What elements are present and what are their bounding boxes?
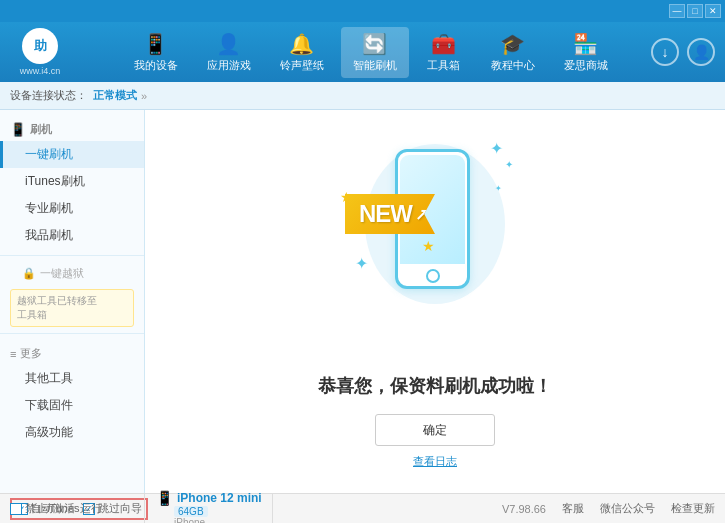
nav-store[interactable]: 🏪 爱思商城 [552,27,620,78]
view-log-link[interactable]: 查看日志 [413,454,457,469]
flash-section-icon: 📱 [10,122,26,137]
device-storage-badge: 64GB [174,506,208,517]
device-row: 📱 iPhone 12 mini [156,490,262,506]
device-phone-icon: 📱 [156,490,173,506]
sidebar-item-advanced[interactable]: 高级功能 [0,419,144,446]
nav-toolbox-label: 工具箱 [427,58,460,73]
main-layout: 📱 刷机 一键刷机 iTunes刷机 专业刷机 我品刷机 🔒 一键越狱 越狱工具… [0,110,725,493]
sidebar-section-flash: 📱 刷机 [0,118,144,141]
sidebar-divider-2 [0,333,144,334]
download-button[interactable]: ↓ [651,38,679,66]
minimize-button[interactable]: — [669,4,685,18]
nav-ringtones-label: 铃声壁纸 [280,58,324,73]
version-text: V7.98.66 [502,503,546,515]
sidebar-one-click-label: 一键刷机 [25,147,73,161]
device-name: iPhone 12 mini [177,491,262,505]
update-link[interactable]: 检查更新 [671,501,715,516]
content-area: ✦ ✦ ✦ ✦ ★ NEW ↗ ★ 恭喜您，保资料刷机成功啦！ 确定 [145,110,725,493]
status-bar: 设备连接状态： 正常模式 » [0,82,725,110]
nav-my-device-label: 我的设备 [134,58,178,73]
bottom-bar: 自动激活 跳过向导 📱 iPhone 12 mini 64GB iPhone V… [0,493,725,523]
sparkle-4: ✦ [355,254,368,273]
sidebar-item-jailbreak-disabled: 🔒 一键越狱 [0,262,144,285]
nav-toolbox[interactable]: 🧰 工具箱 [414,27,474,78]
window-controls[interactable]: — □ ✕ [669,4,721,18]
sparkle-2: ✦ [505,159,513,170]
success-illustration: ✦ ✦ ✦ ✦ ★ NEW ↗ ★ [335,134,535,354]
sidebar-jailbreak-label: 一键越狱 [40,266,84,281]
nav-apps-label: 应用游戏 [207,58,251,73]
stop-itunes-area: 禁止iTunes运行 [0,494,145,523]
sidebar-itunes-label: iTunes刷机 [25,174,85,188]
logo: 助 www.i4.cn [10,28,70,76]
nav-store-label: 爱思商城 [564,58,608,73]
device-details: 64GB [156,506,262,517]
nav-smart-flash-label: 智能刷机 [353,58,397,73]
nav-tutorial-label: 教程中心 [491,58,535,73]
stop-itunes-cb[interactable] [10,503,22,515]
nav-right-buttons: ↓ 👤 [651,38,715,66]
bottom-right: V7.98.66 客服 微信公众号 检查更新 [502,501,715,516]
sidebar-other-tools-label: 其他工具 [25,371,73,385]
tutorial-icon: 🎓 [500,32,525,56]
phone-home-button [426,269,440,283]
sidebar-download-fw-label: 下载固件 [25,398,73,412]
sidebar-item-pro-flash[interactable]: 专业刷机 [0,195,144,222]
status-mode: 正常模式 [93,88,137,103]
nav-apps[interactable]: 👤 应用游戏 [195,27,263,78]
confirm-label: 确定 [423,422,447,439]
top-navigation: 助 www.i4.cn 📱 我的设备 👤 应用游戏 🔔 铃声壁纸 🔄 智能刷机 … [0,22,725,82]
lock-icon: 🔒 [22,267,36,280]
nav-tutorial[interactable]: 🎓 教程中心 [479,27,547,78]
sidebar-item-other-tools[interactable]: 其他工具 [0,365,144,392]
success-text: 恭喜您，保资料刷机成功啦！ [318,374,552,398]
user-button[interactable]: 👤 [687,38,715,66]
sidebar-divider-1 [0,255,144,256]
status-prefix: 设备连接状态： [10,88,87,103]
sidebar-section-label: 刷机 [30,122,52,137]
device-type: iPhone [156,517,262,524]
sidebar-jailbreak-note: 越狱工具已转移至 工具箱 [10,289,134,327]
close-button[interactable]: ✕ [705,4,721,18]
wechat-link[interactable]: 微信公众号 [600,501,655,516]
sidebar-item-one-click[interactable]: 一键刷机 [0,141,144,168]
support-link[interactable]: 客服 [562,501,584,516]
sidebar-more-header: ≡ 更多 [0,340,144,365]
nav-items: 📱 我的设备 👤 应用游戏 🔔 铃声壁纸 🔄 智能刷机 🧰 工具箱 🎓 教程中心… [90,27,651,78]
ringtones-icon: 🔔 [289,32,314,56]
nav-my-device[interactable]: 📱 我的设备 [122,27,190,78]
sidebar-more-label: 更多 [20,346,42,361]
apps-icon: 👤 [216,32,241,56]
device-info: 📱 iPhone 12 mini 64GB iPhone [156,494,273,523]
sidebar-item-original-flash[interactable]: 我品刷机 [0,222,144,249]
maximize-button[interactable]: □ [687,4,703,18]
new-ribbon: NEW ↗ [345,194,435,234]
confirm-button[interactable]: 确定 [375,414,495,446]
sidebar-pro-label: 专业刷机 [25,201,73,215]
sidebar: 📱 刷机 一键刷机 iTunes刷机 专业刷机 我品刷机 🔒 一键越狱 越狱工具… [0,110,145,493]
stop-itunes-label: 禁止iTunes运行 [25,501,102,516]
note-line1: 越狱工具已转移至 [17,294,127,308]
sparkle-3: ✦ [495,184,502,193]
my-device-icon: 📱 [143,32,168,56]
stop-itunes-checkbox[interactable]: 禁止iTunes运行 [10,501,102,516]
title-bar: — □ ✕ [0,0,725,22]
logo-icon: 助 [22,28,58,64]
sidebar-item-download-fw[interactable]: 下载固件 [0,392,144,419]
new-banner: ★ NEW ↗ ★ [345,194,435,249]
smart-flash-icon: 🔄 [362,32,387,56]
note-line2: 工具箱 [17,308,127,322]
sidebar-original-label: 我品刷机 [25,228,73,242]
sidebar-item-itunes-flash[interactable]: iTunes刷机 [0,168,144,195]
store-icon: 🏪 [573,32,598,56]
toolbox-icon: 🧰 [431,32,456,56]
star-right-icon: ★ [422,238,435,254]
sidebar-advanced-label: 高级功能 [25,425,73,439]
logo-url: www.i4.cn [20,66,61,76]
nav-ringtones[interactable]: 🔔 铃声壁纸 [268,27,336,78]
status-separator: » [141,90,147,102]
nav-smart-flash[interactable]: 🔄 智能刷机 [341,27,409,78]
sparkle-1: ✦ [490,139,503,158]
